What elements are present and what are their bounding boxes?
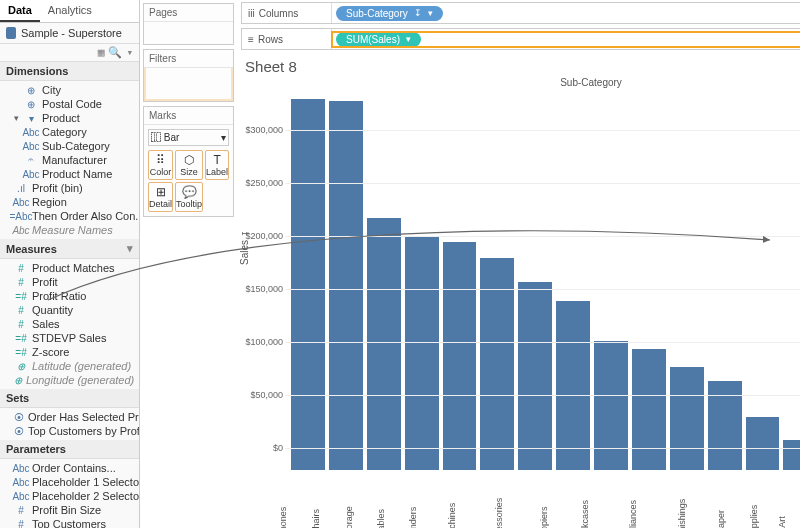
- chart-plot[interactable]: [285, 88, 800, 470]
- x-tick: Art: [777, 516, 800, 528]
- field-quantity[interactable]: #Quantity: [0, 303, 139, 317]
- bar-phones[interactable]: [291, 99, 325, 470]
- field-label: Profit Ratio: [32, 290, 86, 302]
- mark-color[interactable]: ⠿Color: [148, 150, 173, 180]
- sets-header: Sets: [0, 389, 139, 408]
- x-tick: Appliances: [628, 500, 684, 528]
- field-profit[interactable]: #Profit: [0, 275, 139, 289]
- bar-bookcases[interactable]: [594, 341, 628, 470]
- field-label: Order Contains...: [32, 462, 116, 474]
- field-label: Profit Bin Size: [32, 504, 101, 516]
- field-manufacturer[interactable]: 𝄐Manufacturer: [0, 153, 139, 167]
- field-product-matches[interactable]: #Product Matches: [0, 261, 139, 275]
- bar-copiers[interactable]: [556, 301, 590, 470]
- field-z-score[interactable]: =#Z-score: [0, 345, 139, 359]
- field-stdevp-sales[interactable]: =#STDEVP Sales: [0, 331, 139, 345]
- bar-appliances[interactable]: [632, 349, 666, 470]
- y-tick: $100,000: [246, 337, 284, 347]
- field-product[interactable]: ▾▾Product: [0, 111, 139, 125]
- chevron-down-icon: ▾: [221, 132, 226, 143]
- sets-list: ⦿Order Has Selected Pro...⦿Top Customers…: [0, 408, 139, 440]
- mark-card-label: Detail: [149, 199, 172, 209]
- search-toolbar: ▦ 🔍 ▾: [0, 44, 139, 62]
- field-label: Category: [42, 126, 87, 138]
- rows-icon: ≡: [248, 34, 254, 45]
- datasource-name: Sample - Superstore: [21, 27, 122, 39]
- bar-supplies[interactable]: [746, 417, 780, 470]
- y-tick: $200,000: [246, 231, 284, 241]
- field-type-icon: =#: [14, 347, 28, 358]
- field-city[interactable]: ⊕City: [0, 83, 139, 97]
- tab-data[interactable]: Data: [0, 0, 40, 22]
- mark-size[interactable]: ⬡Size: [175, 150, 203, 180]
- pill-dropdown-icon[interactable]: ▾: [406, 34, 411, 44]
- pill-dropdown-icon[interactable]: ▾: [428, 8, 433, 18]
- field-type-icon: #: [14, 263, 28, 274]
- rows-shelf-label: Rows: [258, 34, 283, 45]
- field-profit-ratio[interactable]: =#Profit Ratio: [0, 289, 139, 303]
- view-grid-icon[interactable]: ▦: [98, 46, 105, 59]
- bar-art[interactable]: [783, 440, 800, 470]
- field-top-customers-by-profit[interactable]: ⦿Top Customers by Profit: [0, 424, 139, 438]
- bar-tables[interactable]: [405, 237, 439, 470]
- field-placeholder-2-selector[interactable]: AbcPlaceholder 2 Selector: [0, 489, 139, 503]
- field-label: Top Customers: [32, 518, 106, 528]
- marks-card: Marks ⿲ Bar ▾ ⠿Color⬡SizeTLabel⊞Detail💬T…: [143, 106, 234, 217]
- marks-grid: ⠿Color⬡SizeTLabel⊞Detail💬Tooltip: [148, 150, 229, 212]
- field-product-name[interactable]: AbcProduct Name: [0, 167, 139, 181]
- field-type-icon: ⊕: [24, 85, 38, 96]
- datasource-row[interactable]: Sample - Superstore: [0, 23, 139, 44]
- size-icon: ⬡: [176, 153, 202, 167]
- cards-column: Pages Filters Marks ⿲ Bar ▾ ⠿Color⬡SizeT…: [140, 0, 237, 528]
- field-postal-code[interactable]: ⊕Postal Code: [0, 97, 139, 111]
- worksheet-area: iiiColumns Sub-Category ↧ ▾ ≡Rows SUM(Sa…: [237, 0, 800, 528]
- field-type-icon: ⊕: [14, 375, 22, 386]
- bar-accessories[interactable]: [518, 282, 552, 470]
- bar-furnishings[interactable]: [670, 367, 704, 470]
- columns-shelf[interactable]: iiiColumns Sub-Category ↧ ▾: [241, 2, 800, 24]
- field-order-has-selected-pro[interactable]: ⦿Order Has Selected Pro...: [0, 410, 139, 424]
- mark-label[interactable]: TLabel: [205, 150, 229, 180]
- field-label: Latitude (generated): [32, 360, 131, 372]
- rows-shelf[interactable]: ≡Rows SUM(Sales) ▾: [241, 28, 800, 50]
- pages-card[interactable]: Pages: [143, 3, 234, 45]
- field-latitude-generated[interactable]: ⊕Latitude (generated): [0, 359, 139, 373]
- field-type-icon: Abc: [24, 127, 38, 138]
- pill-sum-sales[interactable]: SUM(Sales) ▾: [336, 32, 421, 47]
- mark-tooltip[interactable]: 💬Tooltip: [175, 182, 203, 212]
- pill-sub-category[interactable]: Sub-Category ↧ ▾: [336, 6, 443, 21]
- field-sub-category[interactable]: AbcSub-Category: [0, 139, 139, 153]
- field-then-order-also-con[interactable]: =AbcThen Order Also Con...: [0, 209, 139, 223]
- field-type-icon: Abc: [14, 491, 28, 502]
- tab-analytics[interactable]: Analytics: [40, 0, 100, 22]
- marks-type-select[interactable]: ⿲ Bar ▾: [148, 129, 229, 146]
- field-sales[interactable]: #Sales: [0, 317, 139, 331]
- bar-chart-icon: ⿲: [151, 132, 161, 143]
- sheet-title[interactable]: Sheet 8: [245, 58, 800, 75]
- bar-storage[interactable]: [367, 218, 401, 470]
- menu-caret-icon[interactable]: ▾: [126, 46, 133, 59]
- bar-binders[interactable]: [443, 242, 477, 470]
- bar-chairs[interactable]: [329, 101, 363, 470]
- field-label: Product Matches: [32, 262, 115, 274]
- marks-header: Marks: [144, 107, 233, 125]
- field-category[interactable]: AbcCategory: [0, 125, 139, 139]
- field-placeholder-1-selector[interactable]: AbcPlaceholder 1 Selector: [0, 475, 139, 489]
- field-profit-bin-size[interactable]: #Profit Bin Size: [0, 503, 139, 517]
- dimensions-header: Dimensions: [0, 62, 139, 81]
- field-region[interactable]: AbcRegion: [0, 195, 139, 209]
- columns-shelf-label: Columns: [259, 8, 298, 19]
- caret-icon[interactable]: ▾: [14, 113, 22, 123]
- field-order-contains[interactable]: AbcOrder Contains...: [0, 461, 139, 475]
- field-measure-names[interactable]: AbcMeasure Names: [0, 223, 139, 237]
- field-top-customers[interactable]: #Top Customers: [0, 517, 139, 528]
- field-label: Profit (bin): [32, 182, 83, 194]
- mark-detail[interactable]: ⊞Detail: [148, 182, 173, 212]
- measures-collapse-icon[interactable]: ▾: [127, 242, 133, 255]
- field-type-icon: Abc: [24, 141, 38, 152]
- parameters-header: Parameters: [0, 440, 139, 459]
- field-longitude-generated[interactable]: ⊕Longitude (generated): [0, 373, 139, 387]
- filters-card[interactable]: Filters: [143, 49, 234, 102]
- search-icon[interactable]: 🔍: [108, 46, 122, 59]
- field-profit-bin[interactable]: .ılProfit (bin): [0, 181, 139, 195]
